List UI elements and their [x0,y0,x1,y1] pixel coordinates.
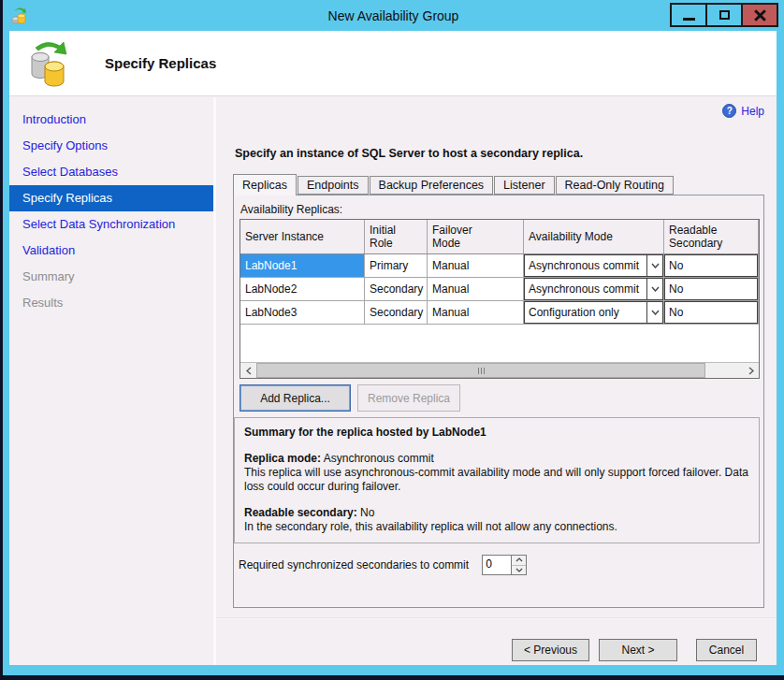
cell-initial-role[interactable]: Secondary [365,278,428,300]
tab-read-only-routing[interactable]: Read-Only Routing [556,176,674,195]
tab-strip: Replicas Endpoints Backup Preferences Li… [233,174,675,195]
cell-readable-secondary: No [664,254,759,277]
previous-button[interactable]: < Previous [512,639,589,661]
next-button[interactable]: Next > [599,639,677,661]
table-row[interactable]: LabNode2 Secondary Manual Asynchronous c… [240,278,759,301]
cell-failover-mode[interactable]: Manual [428,278,524,300]
cell-failover-mode[interactable]: Manual [428,254,524,277]
replicas-tab-panel: Availability Replicas: Server Instance I… [233,195,764,608]
spin-up-icon[interactable] [512,556,526,565]
cell-server-instance[interactable]: LabNode2 [240,278,365,300]
scrollbar-thumb[interactable] [256,363,705,378]
availability-mode-dropdown[interactable]: Configuration only [524,301,663,324]
close-button[interactable] [741,3,778,27]
help-icon: ? [722,104,736,118]
sidebar-item-select-data-synchronization[interactable]: Select Data Synchronization [9,211,213,238]
title-bar[interactable]: New Availability Group [3,0,784,31]
maximize-button[interactable] [705,3,743,27]
readable-secondary-dropdown[interactable]: No [664,278,758,300]
replicas-database-icon [26,38,73,89]
replica-mode-line: Replica mode: Asynchronous commit [244,452,749,466]
remove-replica-button: Remove Replica [357,384,460,412]
cell-failover-mode[interactable]: Manual [428,301,524,324]
wizard-footer: < Previous Next > Cancel [216,639,757,661]
cell-initial-role[interactable]: Secondary [365,301,428,324]
cell-readable-secondary: No [664,301,759,324]
minimize-button[interactable] [670,3,707,27]
chevron-down-icon[interactable] [646,302,662,323]
tab-backup-preferences[interactable]: Backup Preferences [370,176,494,195]
required-secondaries-label: Required synchronized secondaries to com… [239,558,469,571]
column-header-readable-secondary[interactable]: Readable Secondary [664,220,759,253]
cell-server-instance[interactable]: LabNode1 [240,254,365,277]
replica-summary-box: Summary for the replica hosted by LabNod… [234,417,760,543]
dialog-content: Specify Replicas Introduction Specify Op… [9,31,777,665]
cell-initial-role[interactable]: Primary [365,254,428,277]
replica-mode-description: This replica will use asynchronous-commi… [244,466,749,494]
sidebar-item-introduction[interactable]: Introduction [9,107,213,133]
column-header-failover-mode[interactable]: Failover Mode [428,220,524,253]
help-label: Help [741,105,764,118]
sidebar-item-results: Results [9,290,213,316]
wizard-window: New Availability Group Specify Replicas … [3,0,784,675]
cancel-button[interactable]: Cancel [696,639,757,661]
scroll-left-icon[interactable] [240,363,256,378]
footer-divider [216,617,777,619]
scroll-right-icon[interactable] [743,363,759,378]
cell-availability-mode: Asynchronous commit [524,278,664,300]
tab-listener[interactable]: Listener [494,176,554,195]
readable-secondary-line: Readable secondary: No [244,506,749,520]
availability-mode-dropdown[interactable]: Asynchronous commit [524,254,663,277]
table-row[interactable]: LabNode3 Secondary Manual Configuration … [240,301,759,325]
chevron-down-icon[interactable] [646,255,662,276]
availability-replicas-grid: Server Instance Initial Role Failover Mo… [240,219,760,379]
sidebar-item-select-databases[interactable]: Select Databases [9,159,213,185]
add-replica-button[interactable]: Add Replica... [240,384,351,412]
page-header: Specify Replicas [9,31,777,96]
help-link[interactable]: ? Help [722,104,764,118]
summary-title: Summary for the replica hosted by LabNod… [244,426,749,440]
cell-server-instance[interactable]: LabNode3 [240,301,365,324]
maximize-icon [719,10,730,20]
availability-mode-dropdown[interactable]: Asynchronous commit [524,278,663,300]
column-header-availability-mode[interactable]: Availability Mode [524,220,664,253]
cell-readable-secondary: No [664,278,759,300]
readable-secondary-description: In the secondary role, this availability… [244,520,749,534]
sidebar-item-summary: Summary [9,264,213,290]
minimize-icon [683,18,695,21]
window-title: New Availability Group [3,8,784,23]
table-row[interactable]: LabNode1 Primary Manual Asynchronous com… [240,254,759,278]
readable-secondary-dropdown[interactable]: No [664,301,758,324]
chevron-down-icon[interactable] [646,279,662,299]
spin-down-icon[interactable] [512,565,526,575]
sidebar-item-specify-replicas[interactable]: Specify Replicas [9,185,213,211]
instruction-text: Specify an instance of SQL Server to hos… [235,147,583,160]
close-icon [754,9,766,22]
tab-endpoints[interactable]: Endpoints [298,176,369,195]
wizard-steps-sidebar: Introduction Specify Options Select Data… [9,97,216,665]
cell-availability-mode: Configuration only [524,301,664,324]
page-title: Specify Replicas [105,55,216,71]
required-secondaries-stepper[interactable]: 0 [482,555,527,575]
tab-replicas[interactable]: Replicas [233,174,297,195]
availability-replicas-label: Availability Replicas: [240,203,342,216]
horizontal-scrollbar[interactable] [240,362,759,378]
grid-header-row: Server Instance Initial Role Failover Mo… [240,220,759,254]
scrollbar-track[interactable] [705,363,743,378]
required-secondaries-input[interactable]: 0 [482,555,512,575]
cell-availability-mode: Asynchronous commit [524,254,664,277]
sidebar-item-validation[interactable]: Validation [9,238,213,264]
grid-empty-area [240,325,759,362]
readable-secondary-dropdown[interactable]: No [664,254,758,277]
column-header-server-instance[interactable]: Server Instance [240,220,365,253]
main-panel: ? Help Specify an instance of SQL Server… [216,97,777,665]
sidebar-item-specify-options[interactable]: Specify Options [9,133,213,159]
column-header-initial-role[interactable]: Initial Role [365,220,428,253]
